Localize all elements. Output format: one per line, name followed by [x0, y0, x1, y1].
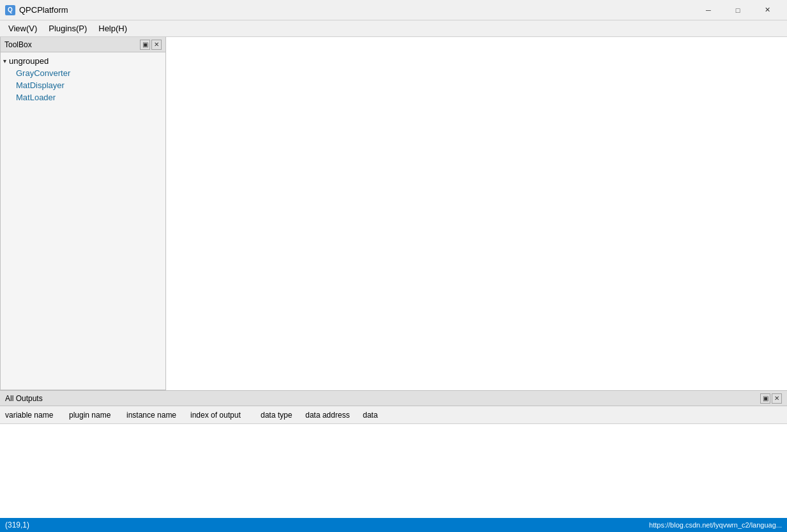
col-instance-name: instance name: [126, 411, 190, 420]
col-data: data: [363, 411, 395, 420]
tree-group-label: ungrouped: [9, 56, 49, 66]
tree-item-grayconverter[interactable]: GrayConverter: [1, 67, 165, 79]
status-bar: (319,1) https://blog.csdn.net/lyqvwrn_c2…: [0, 518, 787, 532]
tree-item-matdisplayer[interactable]: MatDisplayer: [1, 79, 165, 91]
title-bar-left: Q QPCPlatform: [5, 5, 68, 15]
tree-item-matloader[interactable]: MatLoader: [1, 91, 165, 103]
app-icon: Q: [5, 5, 15, 15]
tree-group-ungrouped[interactable]: ▾ ungrouped: [1, 55, 165, 67]
menu-bar: View(V) Plugins(P) Help(H): [0, 20, 787, 37]
tree-children: GrayConverter MatDisplayer MatLoader: [1, 67, 165, 103]
workspace-row: ToolBox ▣ ✕ ▾ ungrouped GrayConverter Ma…: [0, 37, 787, 390]
status-position: (319,1): [5, 521, 29, 529]
toolbox-content: ▾ ungrouped GrayConverter MatDisplayer M…: [1, 52, 165, 390]
toolbox-close-button[interactable]: ✕: [151, 40, 162, 50]
bottom-panel-controls: ▣ ✕: [760, 393, 782, 404]
bottom-panel-title: All Outputs: [5, 394, 43, 403]
toolbox-header: ToolBox ▣ ✕: [1, 37, 165, 52]
canvas-area[interactable]: [166, 37, 787, 390]
menu-help[interactable]: Help(H): [93, 22, 133, 35]
col-index-output: index of output: [190, 411, 261, 420]
bottom-content: [0, 424, 787, 518]
maximize-button[interactable]: □: [723, 0, 753, 20]
window-controls: ─ □ ✕: [694, 0, 782, 20]
bottom-panel-restore-button[interactable]: ▣: [760, 393, 770, 404]
title-bar: Q QPCPlatform ─ □ ✕: [0, 0, 787, 20]
menu-plugins[interactable]: Plugins(P): [43, 22, 93, 35]
toolbox-controls: ▣ ✕: [140, 40, 162, 50]
toolbox-restore-button[interactable]: ▣: [140, 40, 150, 50]
app-title: QPCPlatform: [19, 5, 68, 15]
bottom-panel: All Outputs ▣ ✕ variable name plugin nam…: [0, 390, 787, 518]
minimize-button[interactable]: ─: [694, 0, 723, 20]
bottom-panel-header: All Outputs ▣ ✕: [0, 391, 787, 406]
status-url: https://blog.csdn.net/lyqvwrn_c2/languag…: [649, 521, 782, 529]
toolbox-panel: ToolBox ▣ ✕ ▾ ungrouped GrayConverter Ma…: [0, 37, 166, 390]
menu-view[interactable]: View(V): [3, 22, 43, 35]
col-plugin-name: plugin name: [69, 411, 126, 420]
bottom-panel-close-button[interactable]: ✕: [772, 393, 782, 404]
table-header: variable name plugin name instance name …: [0, 406, 787, 424]
col-data-type: data type: [261, 411, 305, 420]
col-variable-name: variable name: [5, 411, 69, 420]
chevron-down-icon: ▾: [3, 57, 6, 65]
main-area: ToolBox ▣ ✕ ▾ ungrouped GrayConverter Ma…: [0, 37, 787, 518]
close-button[interactable]: ✕: [753, 0, 782, 20]
toolbox-title: ToolBox: [4, 40, 32, 49]
col-data-address: data address: [305, 411, 363, 420]
